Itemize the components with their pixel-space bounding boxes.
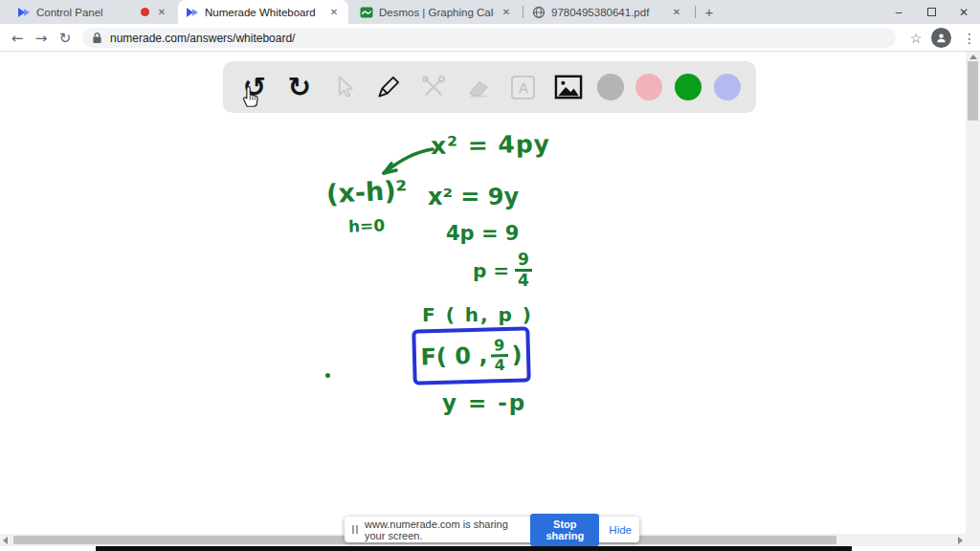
fraction-nine-fourths: 9 4 — [515, 252, 532, 289]
text-tool-icon[interactable]: A — [507, 71, 540, 103]
back-button[interactable]: ← — [6, 24, 29, 52]
person-icon — [935, 32, 947, 44]
scroll-left-icon[interactable] — [3, 537, 8, 544]
equation-4p-equals-9: 4p = 9 — [446, 222, 519, 245]
vertical-scroll-thumb[interactable] — [968, 61, 978, 121]
browser-toolbar: ← → ↻ numerade.com/answers/whiteboard/ ☆… — [0, 24, 980, 52]
lock-icon — [92, 32, 102, 44]
pencil-icon[interactable] — [372, 71, 405, 103]
hand-cursor-icon — [239, 82, 262, 109]
equation-h-zero: h=0 — [348, 215, 386, 235]
tab-separator — [695, 6, 696, 18]
p-equals-text: p = — [473, 259, 509, 282]
tab-close-icon[interactable]: ✕ — [155, 7, 168, 17]
equation-standard-form: x² = 4py — [431, 130, 551, 160]
tab-title: Desmos | Graphing Calculator — [379, 7, 494, 18]
color-swatch-green[interactable] — [675, 74, 702, 100]
globe-icon — [532, 6, 546, 19]
screen-edge-artifact — [96, 546, 852, 551]
vertical-scrollbar[interactable] — [966, 52, 980, 546]
tab-title: Control Panel — [36, 7, 135, 18]
hide-link[interactable]: Hide — [609, 524, 632, 536]
tab-close-icon[interactable]: ✕ — [500, 7, 513, 17]
screen-share-bar: www.numerade.com is sharing your screen.… — [345, 517, 639, 542]
tab-close-icon[interactable]: ✕ — [327, 7, 341, 17]
new-tab-button[interactable]: + — [700, 3, 719, 22]
equation-vertex-form: (x-h)² — [325, 175, 408, 209]
address-bar[interactable]: numerade.com/answers/whiteboard/ — [82, 28, 896, 48]
share-message: www.numerade.com is sharing your screen. — [365, 518, 523, 541]
numerade-logo-icon — [17, 6, 31, 19]
tab-control-panel[interactable]: Control Panel ✕ — [10, 0, 176, 24]
pause-icon[interactable] — [352, 525, 358, 534]
window-close-button[interactable]: ✕ — [947, 0, 980, 24]
restore-button[interactable] — [915, 0, 947, 24]
minimize-button[interactable]: – — [882, 0, 915, 24]
desmos-icon — [360, 6, 373, 19]
tab-close-icon[interactable]: ✕ — [670, 7, 683, 17]
tab-desmos[interactable]: Desmos | Graphing Calculator ✕ — [352, 0, 521, 24]
color-swatch-purple[interactable] — [714, 74, 741, 100]
url-text: numerade.com/answers/whiteboard/ — [110, 32, 295, 45]
bookmark-star-icon[interactable]: ☆ — [903, 24, 928, 52]
equation-directrix: y = -p — [442, 390, 526, 415]
fraction-nine-fourths: 9 4 — [491, 338, 508, 373]
tab-strip: Control Panel ✕ Numerade Whiteboard ✕ De… — [0, 0, 980, 24]
pointer-icon[interactable] — [328, 71, 361, 103]
profile-avatar[interactable] — [931, 28, 951, 48]
eraser-icon[interactable] — [462, 71, 495, 103]
equation-given: x² = 9y — [428, 184, 519, 210]
stray-ink-dot — [325, 373, 330, 378]
color-swatch-gray[interactable] — [597, 74, 624, 100]
reload-button[interactable]: ↻ — [54, 24, 77, 52]
forward-button[interactable]: → — [30, 24, 53, 52]
window-controls: – ✕ — [882, 0, 980, 24]
image-icon[interactable] — [552, 71, 585, 103]
browser-window: Control Panel ✕ Numerade Whiteboard ✕ De… — [0, 0, 980, 551]
tab-numerade-whiteboard[interactable]: Numerade Whiteboard ✕ — [178, 0, 348, 24]
tab-pdf[interactable]: 9780495380641.pdf ✕ — [524, 0, 691, 24]
answer-box: F( 0 , 9 4 ) — [412, 326, 530, 385]
scroll-up-icon[interactable] — [969, 55, 977, 59]
color-swatch-pink[interactable] — [635, 74, 662, 100]
equation-focus-answer: F( 0 , 9 4 ) — [420, 337, 523, 375]
restore-icon — [927, 8, 936, 16]
recording-indicator-icon — [141, 8, 149, 16]
redo-icon[interactable]: ↻ — [283, 71, 316, 103]
equation-p-value: p = 9 4 — [473, 252, 532, 289]
tab-separator — [523, 6, 523, 18]
scroll-right-icon[interactable] — [958, 537, 963, 544]
whiteboard-toolbar: ↺ ↻ A — [223, 61, 756, 113]
stop-sharing-button[interactable]: Stop sharing — [530, 514, 599, 546]
numerade-logo-icon — [186, 6, 199, 19]
menu-dots-icon[interactable]: ⋮ — [957, 24, 980, 52]
tab-title: 9780495380641.pdf — [551, 7, 664, 18]
tools-icon[interactable] — [417, 71, 450, 103]
tab-title: Numerade Whiteboard — [205, 7, 322, 18]
equation-focus-general: F ( h, p ) — [422, 303, 533, 326]
